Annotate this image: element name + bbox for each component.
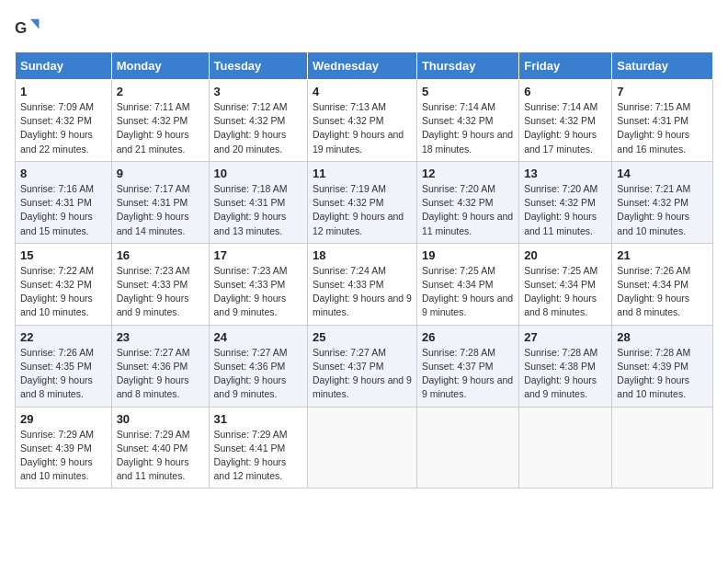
day-number: 16 — [117, 248, 204, 262]
day-number: 14 — [617, 167, 708, 180]
calendar-cell — [307, 407, 416, 488]
day-info: Sunrise: 7:28 AMSunset: 4:37 PMDaylight:… — [422, 346, 514, 402]
calendar-cell: 1Sunrise: 7:09 AMSunset: 4:32 PMDaylight… — [16, 80, 112, 162]
calendar-cell: 15Sunrise: 7:22 AMSunset: 4:32 PMDayligh… — [16, 243, 112, 325]
day-number: 9 — [117, 167, 204, 180]
day-info: Sunrise: 7:09 AMSunset: 4:32 PMDaylight:… — [20, 100, 107, 156]
day-of-week-header: Sunday — [16, 52, 112, 80]
logo-icon: G — [15, 15, 40, 40]
day-info: Sunrise: 7:27 AMSunset: 4:37 PMDaylight:… — [313, 346, 412, 402]
calendar-cell: 10Sunrise: 7:18 AMSunset: 4:31 PMDayligh… — [209, 161, 307, 243]
calendar-cell: 9Sunrise: 7:17 AMSunset: 4:31 PMDaylight… — [111, 161, 209, 243]
day-info: Sunrise: 7:25 AMSunset: 4:34 PMDaylight:… — [422, 264, 514, 320]
day-of-week-header: Friday — [519, 52, 612, 80]
day-number: 5 — [422, 85, 514, 98]
day-info: Sunrise: 7:23 AMSunset: 4:33 PMDaylight:… — [117, 264, 204, 320]
calendar-cell: 17Sunrise: 7:23 AMSunset: 4:33 PMDayligh… — [209, 243, 307, 325]
calendar-cell: 3Sunrise: 7:12 AMSunset: 4:32 PMDaylight… — [209, 80, 307, 162]
day-number: 7 — [617, 85, 708, 98]
day-info: Sunrise: 7:11 AMSunset: 4:32 PMDaylight:… — [117, 100, 204, 156]
day-info: Sunrise: 7:23 AMSunset: 4:33 PMDaylight:… — [214, 264, 302, 320]
day-info: Sunrise: 7:29 AMSunset: 4:39 PMDaylight:… — [20, 428, 107, 484]
calendar-cell: 30Sunrise: 7:29 AMSunset: 4:40 PMDayligh… — [111, 407, 209, 488]
day-info: Sunrise: 7:17 AMSunset: 4:31 PMDaylight:… — [117, 182, 204, 238]
day-info: Sunrise: 7:24 AMSunset: 4:33 PMDaylight:… — [313, 264, 412, 320]
calendar-cell: 20Sunrise: 7:25 AMSunset: 4:34 PMDayligh… — [519, 243, 612, 325]
day-number: 18 — [313, 248, 412, 262]
calendar-cell: 27Sunrise: 7:28 AMSunset: 4:38 PMDayligh… — [519, 325, 612, 407]
calendar-cell: 19Sunrise: 7:25 AMSunset: 4:34 PMDayligh… — [416, 243, 518, 325]
day-info: Sunrise: 7:26 AMSunset: 4:35 PMDaylight:… — [20, 346, 107, 402]
day-of-week-header: Tuesday — [209, 52, 307, 80]
calendar-week-row: 15Sunrise: 7:22 AMSunset: 4:32 PMDayligh… — [16, 243, 713, 325]
calendar-cell: 29Sunrise: 7:29 AMSunset: 4:39 PMDayligh… — [16, 407, 112, 488]
day-number: 12 — [422, 167, 514, 180]
day-number: 26 — [422, 330, 514, 344]
calendar-cell: 4Sunrise: 7:13 AMSunset: 4:32 PMDaylight… — [307, 80, 416, 162]
day-info: Sunrise: 7:27 AMSunset: 4:36 PMDaylight:… — [214, 346, 302, 402]
day-number: 6 — [524, 85, 607, 98]
day-number: 3 — [214, 85, 302, 98]
day-info: Sunrise: 7:21 AMSunset: 4:32 PMDaylight:… — [617, 182, 708, 238]
calendar-cell: 31Sunrise: 7:29 AMSunset: 4:41 PMDayligh… — [209, 407, 307, 488]
day-number: 21 — [617, 248, 708, 262]
calendar-cell — [612, 407, 713, 488]
day-number: 29 — [20, 412, 107, 426]
calendar-cell: 18Sunrise: 7:24 AMSunset: 4:33 PMDayligh… — [307, 243, 416, 325]
calendar-cell: 11Sunrise: 7:19 AMSunset: 4:32 PMDayligh… — [307, 161, 416, 243]
day-info: Sunrise: 7:26 AMSunset: 4:34 PMDaylight:… — [617, 264, 708, 320]
calendar-cell: 6Sunrise: 7:14 AMSunset: 4:32 PMDaylight… — [519, 80, 612, 162]
day-number: 13 — [524, 167, 607, 180]
calendar-week-row: 29Sunrise: 7:29 AMSunset: 4:39 PMDayligh… — [16, 407, 713, 488]
day-info: Sunrise: 7:29 AMSunset: 4:40 PMDaylight:… — [117, 428, 204, 484]
calendar-cell: 8Sunrise: 7:16 AMSunset: 4:31 PMDaylight… — [16, 161, 112, 243]
day-number: 15 — [20, 248, 107, 262]
day-number: 19 — [422, 248, 514, 262]
calendar-cell: 13Sunrise: 7:20 AMSunset: 4:32 PMDayligh… — [519, 161, 612, 243]
day-info: Sunrise: 7:20 AMSunset: 4:32 PMDaylight:… — [422, 182, 514, 238]
day-info: Sunrise: 7:25 AMSunset: 4:34 PMDaylight:… — [524, 264, 607, 320]
svg-marker-1 — [30, 19, 39, 29]
day-number: 28 — [617, 330, 708, 344]
day-of-week-header: Thursday — [416, 52, 518, 80]
day-number: 24 — [214, 330, 302, 344]
calendar-week-row: 22Sunrise: 7:26 AMSunset: 4:35 PMDayligh… — [16, 325, 713, 407]
day-number: 17 — [214, 248, 302, 262]
calendar-cell — [416, 407, 518, 488]
day-number: 10 — [214, 167, 302, 180]
calendar-header-row: SundayMondayTuesdayWednesdayThursdayFrid… — [16, 52, 713, 80]
calendar-cell: 12Sunrise: 7:20 AMSunset: 4:32 PMDayligh… — [416, 161, 518, 243]
calendar-cell: 26Sunrise: 7:28 AMSunset: 4:37 PMDayligh… — [416, 325, 518, 407]
calendar-cell: 5Sunrise: 7:14 AMSunset: 4:32 PMDaylight… — [416, 80, 518, 162]
day-number: 23 — [117, 330, 204, 344]
calendar-body: 1Sunrise: 7:09 AMSunset: 4:32 PMDaylight… — [16, 80, 713, 488]
day-number: 1 — [20, 85, 107, 98]
calendar-table: SundayMondayTuesdayWednesdayThursdayFrid… — [15, 52, 713, 488]
day-number: 30 — [117, 412, 204, 426]
day-info: Sunrise: 7:19 AMSunset: 4:32 PMDaylight:… — [313, 182, 412, 238]
calendar-week-row: 8Sunrise: 7:16 AMSunset: 4:31 PMDaylight… — [16, 161, 713, 243]
page-header: G — [15, 15, 713, 40]
day-info: Sunrise: 7:27 AMSunset: 4:36 PMDaylight:… — [117, 346, 204, 402]
svg-text:G: G — [15, 19, 27, 37]
day-number: 31 — [214, 412, 302, 426]
day-info: Sunrise: 7:28 AMSunset: 4:38 PMDaylight:… — [524, 346, 607, 402]
calendar-cell: 16Sunrise: 7:23 AMSunset: 4:33 PMDayligh… — [111, 243, 209, 325]
day-info: Sunrise: 7:22 AMSunset: 4:32 PMDaylight:… — [20, 264, 107, 320]
day-info: Sunrise: 7:20 AMSunset: 4:32 PMDaylight:… — [524, 182, 607, 238]
calendar-cell: 22Sunrise: 7:26 AMSunset: 4:35 PMDayligh… — [16, 325, 112, 407]
calendar-cell: 23Sunrise: 7:27 AMSunset: 4:36 PMDayligh… — [111, 325, 209, 407]
calendar-cell: 28Sunrise: 7:28 AMSunset: 4:39 PMDayligh… — [612, 325, 713, 407]
calendar-week-row: 1Sunrise: 7:09 AMSunset: 4:32 PMDaylight… — [16, 80, 713, 162]
day-info: Sunrise: 7:13 AMSunset: 4:32 PMDaylight:… — [313, 100, 412, 156]
calendar-cell — [519, 407, 612, 488]
day-info: Sunrise: 7:14 AMSunset: 4:32 PMDaylight:… — [524, 100, 607, 156]
day-info: Sunrise: 7:28 AMSunset: 4:39 PMDaylight:… — [617, 346, 708, 402]
day-number: 22 — [20, 330, 107, 344]
calendar-cell: 25Sunrise: 7:27 AMSunset: 4:37 PMDayligh… — [307, 325, 416, 407]
calendar-cell: 21Sunrise: 7:26 AMSunset: 4:34 PMDayligh… — [612, 243, 713, 325]
day-of-week-header: Saturday — [612, 52, 713, 80]
day-info: Sunrise: 7:29 AMSunset: 4:41 PMDaylight:… — [214, 428, 302, 484]
calendar-cell: 14Sunrise: 7:21 AMSunset: 4:32 PMDayligh… — [612, 161, 713, 243]
day-of-week-header: Monday — [111, 52, 209, 80]
